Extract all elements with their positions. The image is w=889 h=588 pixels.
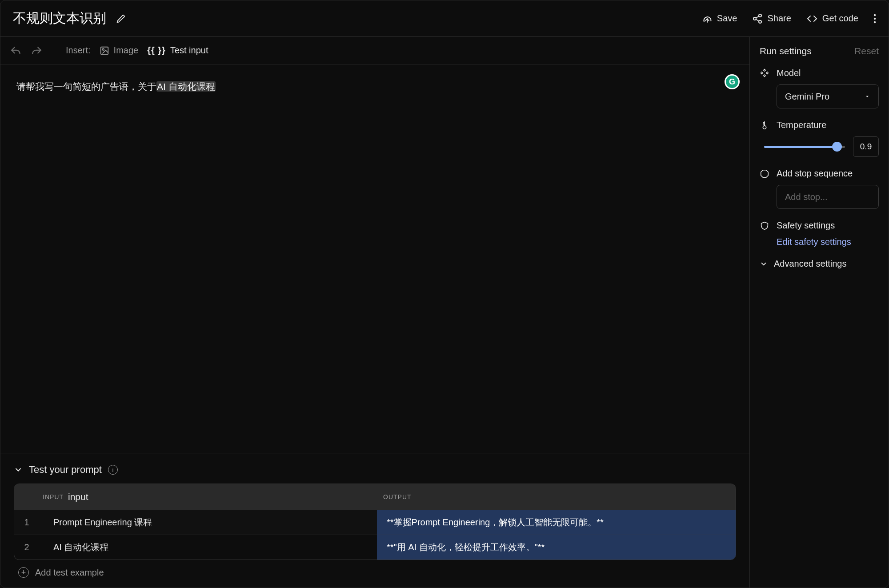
braces-icon: {{ }} (147, 45, 166, 56)
row-output[interactable]: **掌握Prompt Engineering，解锁人工智能无限可能。** (377, 510, 736, 535)
chevron-down-icon (760, 260, 768, 268)
chevron-down-icon (14, 465, 23, 474)
more-menu-icon[interactable] (873, 13, 876, 24)
row-input[interactable]: Prompt Engineering 课程 (39, 510, 377, 535)
insert-test-input-label: Test input (170, 45, 208, 56)
prompt-text-plain: 请帮我写一句简短的广告语，关于 (16, 81, 156, 92)
svg-point-5 (874, 21, 876, 23)
main-column: Insert: Image {{ }} Test input 请帮我写一句简短的… (0, 37, 749, 588)
model-icon (760, 68, 769, 78)
undo-icon[interactable] (10, 46, 22, 55)
add-test-example-button[interactable]: + Add test example (14, 560, 736, 580)
page-title: 不规则文本识别 (13, 9, 106, 28)
stop-sequence-label: Add stop sequence (777, 168, 853, 179)
input-column-name: input (68, 492, 88, 502)
row-number: 2 (14, 535, 39, 560)
edit-title-icon[interactable] (116, 14, 126, 24)
table-row: 1 Prompt Engineering 课程 **掌握Prompt Engin… (14, 510, 736, 535)
input-column-tag: INPUT (43, 493, 64, 500)
svg-point-0 (759, 14, 761, 17)
redo-icon[interactable] (31, 46, 42, 55)
prompt-text-variable[interactable]: AI 自动化课程 (156, 81, 216, 92)
stop-icon (760, 169, 769, 179)
get-code-button[interactable]: Get code (806, 13, 858, 24)
save-button[interactable]: Save (702, 13, 737, 24)
svg-point-1 (753, 17, 756, 20)
grammarly-badge-icon[interactable]: G (725, 74, 740, 89)
safety-label: Safety settings (777, 220, 835, 231)
share-label: Share (767, 13, 791, 24)
svg-marker-9 (761, 170, 769, 177)
svg-rect-6 (100, 47, 108, 54)
run-settings-panel: Run settings Reset Model Gemini Pro Temp… (749, 37, 889, 588)
temperature-value[interactable]: 0.9 (853, 136, 879, 157)
row-input[interactable]: AI 自动化课程 (39, 535, 377, 560)
test-table: INPUT input OUTPUT 1 Prompt Engineering … (14, 484, 736, 560)
model-value: Gemini Pro (785, 92, 829, 102)
model-label: Model (777, 68, 801, 78)
insert-image-label: Image (114, 45, 139, 56)
temperature-icon (760, 120, 769, 130)
insert-label: Insert: (66, 45, 91, 56)
editor-toolbar: Insert: Image {{ }} Test input (0, 37, 749, 64)
edit-safety-link[interactable]: Edit safety settings (777, 237, 879, 247)
insert-image-button[interactable]: Image (100, 45, 139, 56)
slider-thumb[interactable] (832, 142, 842, 152)
advanced-settings-toggle[interactable]: Advanced settings (760, 259, 879, 269)
test-prompt-section: Test your prompt i INPUT input OUTPUT 1 (0, 453, 749, 588)
info-icon[interactable]: i (108, 465, 118, 475)
table-row: 2 AI 自动化课程 **"用 AI 自动化，轻松提升工作效率。"** (14, 535, 736, 560)
stop-placeholder: Add stop... (785, 192, 828, 202)
insert-test-input-button[interactable]: {{ }} Test input (147, 45, 208, 56)
row-output[interactable]: **"用 AI 自动化，轻松提升工作效率。"** (377, 535, 736, 560)
temperature-label: Temperature (777, 120, 826, 130)
temperature-slider[interactable] (764, 146, 845, 148)
svg-point-8 (763, 125, 766, 128)
get-code-label: Get code (822, 13, 858, 24)
shield-icon (760, 221, 769, 231)
stop-sequence-input[interactable]: Add stop... (777, 185, 879, 209)
svg-point-7 (102, 48, 104, 50)
add-test-example-label: Add test example (35, 568, 104, 578)
dropdown-icon (864, 93, 870, 100)
row-number: 1 (14, 510, 39, 535)
model-select[interactable]: Gemini Pro (777, 84, 879, 108)
output-column-tag: OUTPUT (383, 493, 412, 500)
table-header: INPUT input OUTPUT (14, 484, 736, 510)
share-button[interactable]: Share (752, 13, 791, 24)
reset-button[interactable]: Reset (854, 46, 879, 56)
test-prompt-heading: Test your prompt (29, 464, 102, 476)
test-prompt-toggle[interactable]: Test your prompt i (14, 464, 736, 476)
prompt-editor[interactable]: 请帮我写一句简短的广告语，关于AI 自动化课程 G (0, 64, 749, 453)
svg-point-4 (874, 17, 876, 19)
advanced-settings-label: Advanced settings (774, 259, 846, 269)
svg-point-3 (874, 14, 876, 16)
svg-point-2 (759, 20, 761, 23)
run-settings-title: Run settings (760, 46, 812, 56)
plus-icon: + (18, 567, 29, 578)
header-bar: 不规则文本识别 Save Share Get code (0, 0, 889, 37)
save-label: Save (717, 13, 737, 24)
